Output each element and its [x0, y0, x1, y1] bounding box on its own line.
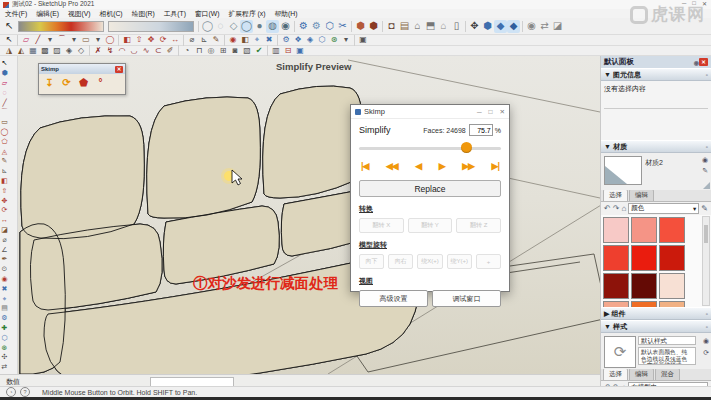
offset-tool-icon[interactable]: ◪: [0, 225, 9, 235]
back-icon[interactable]: ↶: [604, 204, 611, 213]
tab-edit[interactable]: 编辑: [629, 368, 654, 380]
help-icon[interactable]: ?: [20, 387, 30, 397]
tool-icon[interactable]: ◙: [229, 46, 241, 55]
soften-tool-icon[interactable]: ◌: [0, 87, 9, 97]
color-swatch[interactable]: [603, 301, 629, 307]
update-style-icon[interactable]: ⟳: [703, 349, 709, 357]
color-swatch[interactable]: [631, 273, 657, 299]
material-thumbnail[interactable]: [604, 156, 642, 185]
circle-tool-icon[interactable]: ◯: [104, 36, 116, 45]
plugin-tool-icon[interactable]: ⊛: [0, 342, 9, 352]
component-tool-icon[interactable]: ⚙: [297, 20, 310, 33]
axes-tool-icon[interactable]: ⊾: [0, 166, 9, 176]
tool-icon[interactable]: ⊞: [217, 46, 229, 55]
select-tool-icon[interactable]: ↖: [0, 58, 9, 68]
roof-tool-icon[interactable]: ⬒: [424, 20, 437, 33]
tool-icon[interactable]: ▥: [270, 46, 282, 55]
tab-select[interactable]: 选择: [603, 189, 628, 201]
tool-icon[interactable]: ✣: [0, 352, 9, 362]
collapse-icon[interactable]: ▼: [604, 143, 611, 150]
skimp-reduce-icon[interactable]: ⬟: [77, 76, 90, 89]
debug-window-button[interactable]: 调试窗口: [432, 290, 501, 307]
solid-tool-icon[interactable]: ⬢: [367, 20, 380, 33]
textured-view-icon[interactable]: ◍: [266, 20, 279, 33]
menu-item[interactable]: 编辑(E): [36, 9, 59, 19]
menu-item[interactable]: 文件(F): [5, 9, 27, 19]
minimize-icon[interactable]: ─: [477, 108, 482, 116]
section-tool-icon[interactable]: ✂: [336, 20, 349, 33]
draw-tool-icon[interactable]: ✐: [164, 46, 176, 55]
pane-icon[interactable]: ▫: [706, 311, 708, 317]
tab-select[interactable]: 选择: [603, 368, 628, 380]
color-swatch[interactable]: [603, 217, 629, 243]
pane-icon[interactable]: ▫: [706, 324, 708, 330]
menu-item[interactable]: 窗口(W): [195, 9, 220, 19]
layout-tool-icon[interactable]: ▣: [357, 36, 369, 45]
color-swatch[interactable]: [659, 273, 685, 299]
nav-back-icon[interactable]: ◀: [415, 161, 421, 171]
pane-icon[interactable]: ▫: [706, 144, 708, 150]
nav-first-icon[interactable]: |◀: [361, 161, 368, 171]
swap-tool-icon[interactable]: ⇄: [0, 362, 9, 372]
pane-icon[interactable]: ▫: [706, 72, 708, 78]
pan-tool-icon[interactable]: ✖: [263, 36, 275, 45]
sandbox-tool-icon[interactable]: ◭: [15, 46, 27, 55]
color-swatch[interactable]: [631, 245, 657, 271]
viewport[interactable]: Simplify Preview ①对沙发进行减面处理 Skimp ✕ ↧⟳⬟°: [18, 56, 600, 374]
wall-tool-icon[interactable]: ◘: [385, 20, 398, 33]
skimp-floating-toolbar[interactable]: Skimp ✕ ↧⟳⬟°: [38, 63, 126, 95]
tool-icon[interactable]: ⊓: [193, 46, 205, 55]
style-name[interactable]: 默认样式: [638, 336, 696, 345]
protractor-icon[interactable]: ⊾: [198, 36, 210, 45]
close-icon[interactable]: ✕: [699, 58, 708, 66]
check-tool-icon[interactable]: ✔: [253, 46, 265, 55]
hidden-line-view-icon[interactable]: ◯: [240, 20, 253, 33]
style-thumbnail[interactable]: ⟳: [604, 336, 636, 368]
freehand-tool-icon[interactable]: ◬: [0, 146, 9, 156]
add-tool-icon[interactable]: ✚: [0, 323, 9, 333]
slider-knob[interactable]: [461, 142, 472, 153]
skimp-dialog-titlebar[interactable]: Skimp ─ □ ✕: [351, 105, 509, 119]
simplify-slider[interactable]: [359, 142, 501, 153]
mesh-tool-icon[interactable]: ◆: [494, 20, 507, 33]
pencil-tool-icon[interactable]: ✎: [0, 156, 9, 166]
move-tool-icon[interactable]: ✥: [468, 20, 481, 33]
freehand-tool-icon[interactable]: ✗: [92, 46, 104, 55]
curve-tool-icon[interactable]: ◡: [128, 46, 140, 55]
sandbox-tool-icon[interactable]: ◮: [3, 46, 15, 55]
sample-paint-icon[interactable]: ✎: [701, 204, 708, 213]
menu-item[interactable]: 工具(T): [164, 9, 186, 19]
zoom-tool-icon[interactable]: ▤: [0, 303, 9, 313]
text-tool-icon[interactable]: ✎: [210, 36, 222, 45]
eye-tool-icon[interactable]: ◉: [525, 20, 538, 33]
solid-tool-icon[interactable]: ⬢: [354, 20, 367, 33]
skimp-dialog[interactable]: Skimp ─ □ ✕ Simplify Faces: 24698 % |◀◀◀…: [350, 104, 510, 292]
tray-header[interactable]: 默认面板 ◉ ✕: [601, 56, 711, 68]
menu-item[interactable]: 帮助(H): [275, 9, 298, 19]
dropdown-arrow-icon[interactable]: ▾: [44, 36, 56, 45]
bezier-tool-icon[interactable]: ↯: [104, 46, 116, 55]
materials-header[interactable]: ▼ 材质 ▫: [601, 140, 711, 153]
color-swatch[interactable]: [603, 245, 629, 271]
tool-icon[interactable]: ◔: [181, 46, 193, 55]
settings-tool-icon[interactable]: ⚙: [0, 313, 9, 323]
plugin-tool-icon[interactable]: ⬡: [316, 36, 328, 45]
pushpull-tool-icon[interactable]: ◧: [0, 176, 9, 186]
protractor-icon[interactable]: ∠: [0, 244, 9, 254]
forward-icon[interactable]: ↷: [613, 204, 620, 213]
entity-info-header[interactable]: ▼ 图元信息 ▫: [601, 68, 711, 81]
line-tool-icon[interactable]: ╱: [0, 97, 9, 107]
component-tool-icon[interactable]: ⬡: [0, 332, 9, 342]
pushpull-tool-icon[interactable]: ◧: [121, 36, 133, 45]
advanced-settings-button[interactable]: 高级设置: [359, 290, 428, 307]
scrollbar[interactable]: [702, 216, 710, 306]
replace-button[interactable]: Replace: [359, 180, 501, 197]
skimp-import-icon[interactable]: ↧: [43, 76, 56, 89]
tool-icon[interactable]: ◎: [205, 46, 217, 55]
home-icon[interactable]: ⌂: [621, 204, 626, 213]
swap-tool-icon[interactable]: ⇄: [538, 20, 551, 33]
nav-forward-icon[interactable]: ▶: [439, 161, 445, 171]
slider-track[interactable]: [359, 147, 501, 150]
monochrome-view-icon[interactable]: ◉: [279, 20, 292, 33]
paint-bucket-icon[interactable]: ◉: [227, 36, 239, 45]
